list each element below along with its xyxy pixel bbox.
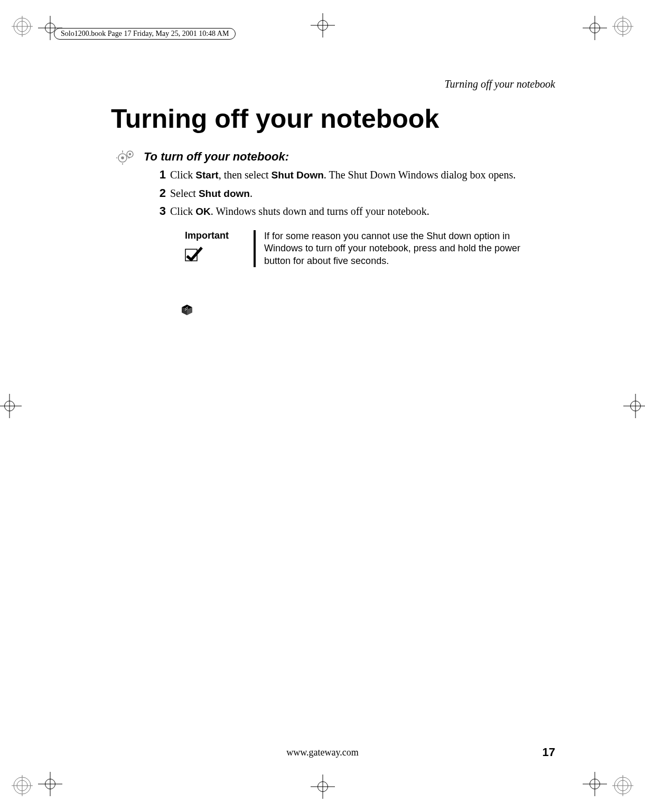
steps-section: To turn off your notebook: 1 Click Start… [116, 149, 560, 267]
running-head: Turning off your notebook [445, 78, 555, 90]
crop-mark-icon [623, 394, 645, 418]
svg-point-1 [17, 21, 27, 32]
step-item: 1 Click Start, then select Shut Down. Th… [154, 168, 560, 182]
crop-mark-icon [583, 772, 607, 796]
svg-point-13 [618, 780, 628, 791]
checkmark-icon [185, 247, 203, 261]
important-label: Important [185, 230, 229, 241]
crop-mark-icon [311, 13, 335, 37]
gears-icon [116, 149, 137, 165]
svg-point-19 [129, 154, 131, 155]
step-text: Click OK. Windows shuts down and turns o… [170, 204, 560, 219]
registration-mark-icon [612, 16, 633, 37]
svg-point-12 [614, 777, 631, 794]
crop-mark-icon [583, 16, 607, 40]
step-number: 2 [154, 186, 166, 200]
divider [254, 230, 256, 267]
page-number: 17 [543, 745, 555, 759]
svg-point-9 [17, 780, 27, 791]
important-text: If for some reason you cannot use the Sh… [264, 230, 539, 267]
svg-point-0 [14, 18, 31, 35]
step-text: Click Start, then select Shut Down. The … [170, 168, 560, 182]
svg-point-17 [121, 157, 124, 159]
print-header: Solo1200.book Page 17 Friday, May 25, 20… [54, 28, 236, 40]
svg-point-8 [14, 777, 31, 794]
step-number: 3 [154, 204, 166, 218]
registration-mark-icon [12, 16, 33, 37]
steps-heading: To turn off your notebook: [144, 150, 289, 164]
footer-url: www.gateway.com [286, 747, 359, 758]
svg-point-4 [614, 18, 631, 35]
step-item: 3 Click OK. Windows shuts down and turns… [154, 204, 560, 219]
crop-mark-icon [0, 394, 22, 418]
svg-point-5 [618, 21, 628, 32]
page-title: Turning off your notebook [111, 103, 439, 134]
crop-mark-icon [38, 772, 62, 796]
registration-mark-icon [12, 775, 33, 796]
crop-mark-icon [311, 775, 335, 799]
important-callout: Important If for some reason you cannot … [185, 230, 560, 267]
step-number: 1 [154, 168, 166, 182]
registration-mark-icon [612, 775, 633, 796]
step-item: 2 Select Shut down. [154, 186, 560, 201]
step-text: Select Shut down. [170, 186, 560, 201]
end-of-section-icon [181, 304, 193, 316]
print-header-text: Solo1200.book Page 17 Friday, May 25, 20… [54, 28, 236, 40]
